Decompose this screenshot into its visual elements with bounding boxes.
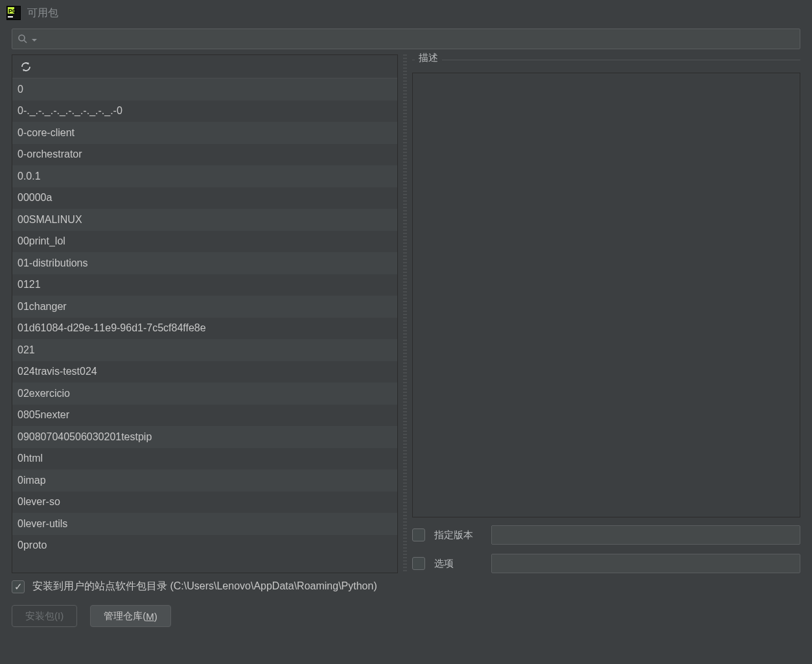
list-item[interactable]: 0-core-client: [12, 122, 397, 144]
list-item[interactable]: 0: [12, 78, 397, 101]
specify-version-checkbox[interactable]: [412, 528, 425, 541]
list-item[interactable]: 00SMALINUX: [12, 209, 397, 231]
specify-version-row: 指定版本: [412, 525, 800, 545]
list-item[interactable]: 021: [12, 339, 397, 361]
bottom-bar: 安装到用户的站点软件包目录 (C:\Users\Lenovo\AppData\R…: [0, 573, 812, 639]
user-site-row: 安装到用户的站点软件包目录 (C:\Users\Lenovo\AppData\R…: [12, 580, 800, 593]
list-item[interactable]: 0proto: [12, 535, 397, 557]
list-item[interactable]: 0805nexter: [12, 405, 397, 427]
search-row: [0, 26, 812, 54]
list-item[interactable]: 01d61084-d29e-11e9-96d1-7c5cf84ffe8e: [12, 318, 397, 340]
user-site-checkbox[interactable]: [12, 580, 25, 593]
titlebar: PC 可用包: [0, 0, 812, 26]
list-item[interactable]: 0html: [12, 448, 397, 470]
options-label: 选项: [434, 558, 482, 570]
dropdown-caret-icon[interactable]: [32, 34, 37, 45]
list-item[interactable]: 0-orchestrator: [12, 144, 397, 166]
list-item[interactable]: 0imap: [12, 469, 397, 492]
list-item[interactable]: 024travis-test024: [12, 361, 397, 383]
list-item[interactable]: 0121: [12, 274, 397, 296]
pane-splitter[interactable]: [403, 54, 407, 573]
options-checkbox[interactable]: [412, 557, 425, 570]
content-area: 00-._.-._.-._.-._.-._.-._.-00-core-clien…: [0, 54, 812, 573]
options-block: 指定版本 选项: [412, 525, 800, 573]
package-list-toolbar: [12, 55, 397, 78]
window-title: 可用包: [27, 6, 58, 20]
package-list-pane: 00-._.-._.-._.-._.-._.-._.-00-core-clien…: [12, 54, 398, 573]
specify-version-input[interactable]: [491, 525, 800, 545]
options-input[interactable]: [491, 554, 800, 573]
user-site-label: 安装到用户的站点软件包目录 (C:\Users\Lenovo\AppData\R…: [32, 580, 377, 593]
app-icon: PC: [6, 6, 21, 20]
list-item[interactable]: 02exercicio: [12, 383, 397, 405]
options-row: 选项: [412, 554, 800, 573]
svg-text:PC: PC: [8, 8, 17, 14]
specify-version-label: 指定版本: [434, 529, 482, 541]
description-header: 描述: [412, 54, 800, 65]
search-box[interactable]: [12, 29, 800, 49]
search-icon: [17, 34, 28, 44]
description-body: [412, 73, 800, 517]
package-list[interactable]: 00-._.-._.-._.-._.-._.-._.-00-core-clien…: [12, 78, 397, 573]
list-item[interactable]: 01changer: [12, 296, 397, 318]
button-row: 安装包(I) 管理仓库(M): [12, 605, 800, 627]
manage-repos-button[interactable]: 管理仓库(M): [90, 605, 171, 627]
list-item[interactable]: 090807040506030201testpip: [12, 426, 397, 448]
description-label: 描述: [415, 52, 442, 64]
list-item[interactable]: 0-._.-._.-._.-._.-._.-._.-0: [12, 101, 397, 123]
details-pane: 描述 指定版本 选项: [412, 54, 800, 573]
svg-rect-4: [8, 16, 13, 18]
list-item[interactable]: 0lever-so: [12, 492, 397, 514]
list-item[interactable]: 00000a: [12, 187, 397, 209]
install-button: 安装包(I): [12, 605, 77, 627]
list-item[interactable]: 00print_lol: [12, 231, 397, 253]
list-item[interactable]: 01-distributions: [12, 252, 397, 274]
list-item[interactable]: 0lever-utils: [12, 513, 397, 535]
svg-line-6: [24, 40, 27, 43]
refresh-icon[interactable]: [17, 58, 34, 75]
search-input[interactable]: [41, 34, 795, 45]
svg-point-5: [19, 35, 25, 41]
list-item[interactable]: 0.0.1: [12, 165, 397, 187]
